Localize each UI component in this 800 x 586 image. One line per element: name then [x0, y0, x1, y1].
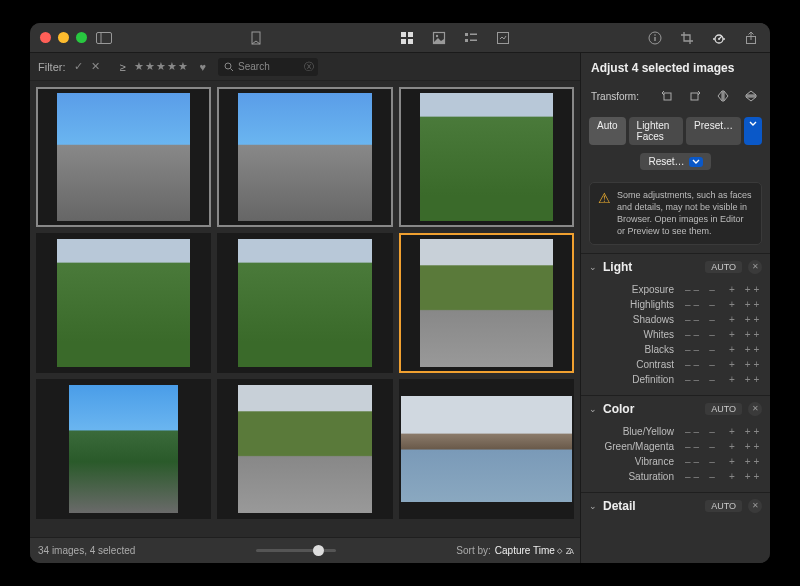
- reset-section-icon[interactable]: ✕: [748, 260, 762, 274]
- step-minus-minus[interactable]: – –: [682, 426, 702, 437]
- step-minus-minus[interactable]: – –: [682, 299, 702, 310]
- step-minus-minus[interactable]: – –: [682, 456, 702, 467]
- auto-detail-button[interactable]: AUTO: [705, 500, 742, 512]
- step-plus-plus[interactable]: + +: [742, 359, 762, 370]
- crop-icon[interactable]: [678, 29, 696, 47]
- zoom-window[interactable]: [76, 32, 87, 43]
- tag-icon[interactable]: [247, 29, 265, 47]
- step-minus[interactable]: –: [702, 314, 722, 325]
- section-header[interactable]: ⌄ Color AUTO ✕: [581, 396, 770, 422]
- flip-horizontal-icon[interactable]: [714, 87, 732, 105]
- adjust-icon[interactable]: [710, 29, 728, 47]
- thumbnail-grid[interactable]: [30, 81, 580, 537]
- sort-direction-icon[interactable]: ZA: [566, 546, 572, 556]
- close-window[interactable]: [40, 32, 51, 43]
- rating-filter[interactable]: ★★★★★: [134, 60, 188, 73]
- search-input[interactable]: Search ⓧ: [218, 58, 318, 76]
- step-plus-plus[interactable]: + +: [742, 344, 762, 355]
- step-plus-plus[interactable]: + +: [742, 299, 762, 310]
- adjust-label: Green/Magenta: [589, 441, 682, 452]
- pick-filter-icon[interactable]: ✓: [74, 60, 83, 73]
- step-plus-plus[interactable]: + +: [742, 441, 762, 452]
- step-minus-minus[interactable]: – –: [682, 314, 702, 325]
- step-plus[interactable]: +: [722, 329, 742, 340]
- step-minus-minus[interactable]: – –: [682, 329, 702, 340]
- rotate-left-icon[interactable]: [658, 87, 676, 105]
- adjust-label: Definition: [589, 374, 682, 385]
- step-plus[interactable]: +: [722, 456, 742, 467]
- step-minus[interactable]: –: [702, 426, 722, 437]
- reject-filter-icon[interactable]: ✕: [91, 60, 100, 73]
- thumbnail[interactable]: [399, 87, 574, 227]
- thumbnail[interactable]: [217, 87, 392, 227]
- step-plus[interactable]: +: [722, 299, 742, 310]
- step-plus-plus[interactable]: + +: [742, 284, 762, 295]
- step-plus-plus[interactable]: + +: [742, 471, 762, 482]
- warning-box: ⚠ Some adjustments, such as faces and de…: [589, 182, 762, 245]
- section-header[interactable]: ⌄ Detail AUTO ✕: [581, 493, 770, 519]
- step-plus[interactable]: +: [722, 359, 742, 370]
- step-minus-minus[interactable]: – –: [682, 374, 702, 385]
- list-view-icon[interactable]: [462, 29, 480, 47]
- auto-color-button[interactable]: AUTO: [705, 403, 742, 415]
- preset-dropdown[interactable]: [744, 117, 762, 145]
- auto-button[interactable]: Auto: [589, 117, 626, 145]
- step-minus-minus[interactable]: – –: [682, 441, 702, 452]
- step-plus[interactable]: +: [722, 344, 742, 355]
- step-plus-plus[interactable]: + +: [742, 456, 762, 467]
- step-minus[interactable]: –: [702, 359, 722, 370]
- step-plus-plus[interactable]: + +: [742, 329, 762, 340]
- thumbnail[interactable]: [399, 379, 574, 519]
- thumbnail[interactable]: [217, 379, 392, 519]
- step-minus[interactable]: –: [702, 471, 722, 482]
- step-plus[interactable]: +: [722, 314, 742, 325]
- step-minus[interactable]: –: [702, 284, 722, 295]
- reset-section-icon[interactable]: ✕: [748, 499, 762, 513]
- single-view-icon[interactable]: [430, 29, 448, 47]
- step-minus[interactable]: –: [702, 299, 722, 310]
- share-icon[interactable]: [742, 29, 760, 47]
- search-clear-icon[interactable]: ⓧ: [304, 60, 314, 74]
- minimize-window[interactable]: [58, 32, 69, 43]
- info-icon[interactable]: [646, 29, 664, 47]
- adjust-row: Vibrance– ––++ +: [589, 454, 762, 469]
- auto-light-button[interactable]: AUTO: [705, 261, 742, 273]
- reset-section-icon[interactable]: ✕: [748, 402, 762, 416]
- step-plus[interactable]: +: [722, 441, 742, 452]
- favorite-filter-icon[interactable]: ♥: [200, 61, 207, 73]
- section-header[interactable]: ⌄ Light AUTO ✕: [581, 254, 770, 280]
- step-minus-minus[interactable]: – –: [682, 471, 702, 482]
- step-plus-plus[interactable]: + +: [742, 426, 762, 437]
- step-plus[interactable]: +: [722, 471, 742, 482]
- filter-label: Filter:: [38, 61, 66, 73]
- step-minus-minus[interactable]: – –: [682, 344, 702, 355]
- thumbnail[interactable]: [399, 233, 574, 373]
- thumbnail[interactable]: [36, 233, 211, 373]
- rotate-right-icon[interactable]: [686, 87, 704, 105]
- step-plus-plus[interactable]: + +: [742, 314, 762, 325]
- grid-view-icon[interactable]: [398, 29, 416, 47]
- preset-button[interactable]: Preset…: [686, 117, 741, 145]
- preview-view-icon[interactable]: [494, 29, 512, 47]
- step-minus[interactable]: –: [702, 374, 722, 385]
- step-plus[interactable]: +: [722, 374, 742, 385]
- thumbnail[interactable]: [36, 379, 211, 519]
- step-minus-minus[interactable]: – –: [682, 359, 702, 370]
- step-minus[interactable]: –: [702, 344, 722, 355]
- sort-control[interactable]: Sort by: Capture Time◇ ZA: [456, 545, 572, 556]
- thumbnail[interactable]: [217, 233, 392, 373]
- step-plus-plus[interactable]: + +: [742, 374, 762, 385]
- step-minus-minus[interactable]: – –: [682, 284, 702, 295]
- thumbnail[interactable]: [36, 87, 211, 227]
- lighten-faces-button[interactable]: Lighten Faces: [629, 117, 684, 145]
- step-minus[interactable]: –: [702, 441, 722, 452]
- thumbnail-size-slider[interactable]: [256, 549, 336, 552]
- step-plus[interactable]: +: [722, 426, 742, 437]
- step-minus[interactable]: –: [702, 456, 722, 467]
- step-plus[interactable]: +: [722, 284, 742, 295]
- view-modes: [398, 29, 512, 47]
- step-minus[interactable]: –: [702, 329, 722, 340]
- reset-button[interactable]: Reset…: [640, 153, 710, 170]
- flip-vertical-icon[interactable]: [742, 87, 760, 105]
- sidebar-toggle-icon[interactable]: [95, 29, 113, 47]
